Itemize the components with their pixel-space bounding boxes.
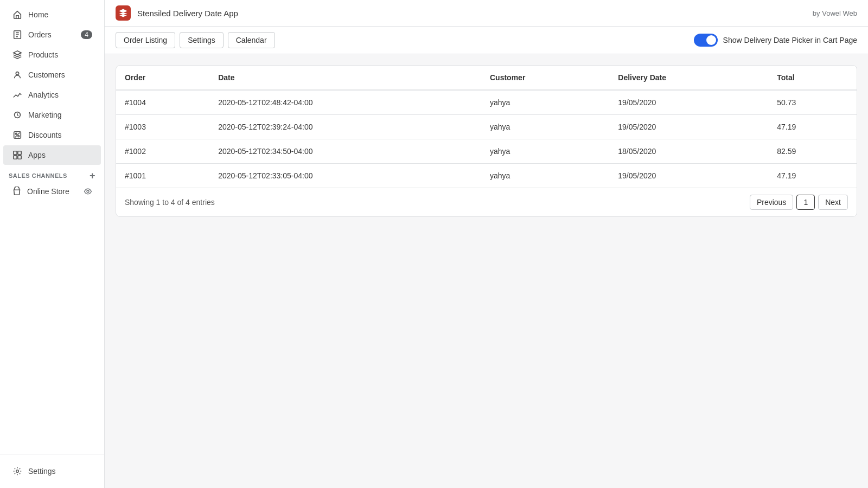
sidebar-item-marketing[interactable]: Marketing <box>3 105 101 125</box>
col-order: Order <box>116 66 209 90</box>
svg-point-9 <box>87 190 89 192</box>
svg-point-3 <box>18 136 20 137</box>
sidebar-item-products[interactable]: Products <box>3 45 101 65</box>
cell-total: 50.73 <box>768 90 857 115</box>
sales-channels-label: SALES CHANNELS <box>9 172 67 179</box>
cell-delivery-date: 19/05/2020 <box>609 164 768 188</box>
sidebar-item-orders-label: Orders <box>28 30 52 39</box>
settings-icon <box>12 466 23 477</box>
pagination-controls: Previous 1 Next <box>750 195 848 210</box>
marketing-icon <box>12 110 23 120</box>
toggle-label: Show Delivery Date Picker in Cart Page <box>723 36 857 44</box>
sidebar-item-online-store[interactable]: Online Store <box>3 183 101 200</box>
apps-icon <box>12 150 23 160</box>
cell-order: #1002 <box>116 139 209 164</box>
sidebar-item-apps[interactable]: Apps <box>3 145 101 165</box>
sidebar-item-home-label: Home <box>28 10 48 19</box>
online-store-eye-icon[interactable] <box>84 187 92 196</box>
sidebar-item-customers-label: Customers <box>28 70 65 79</box>
orders-badge: 4 <box>81 30 92 39</box>
sidebar-item-discounts[interactable]: Discounts <box>3 125 101 145</box>
cell-total: 82.59 <box>768 139 857 164</box>
online-store-label: Online Store <box>27 187 69 196</box>
add-sales-channel-icon[interactable]: + <box>90 171 95 181</box>
home-icon <box>12 9 23 20</box>
cell-date: 2020-05-12T02:39:24-04:00 <box>209 115 481 139</box>
cell-customer: yahya <box>481 139 609 164</box>
toggle-slider <box>694 34 718 47</box>
sidebar-item-apps-label: Apps <box>28 151 46 159</box>
table-row[interactable]: #1004 2020-05-12T02:48:42-04:00 yahya 19… <box>116 90 857 115</box>
sidebar-item-marketing-label: Marketing <box>28 111 61 119</box>
pagination: Showing 1 to 4 of 4 entries Previous 1 N… <box>116 188 857 216</box>
sidebar-item-products-label: Products <box>28 50 58 59</box>
settings-button[interactable]: Settings <box>180 32 224 48</box>
sales-channels-header: SALES CHANNELS + <box>0 165 104 183</box>
previous-button[interactable]: Previous <box>750 195 793 210</box>
sidebar-item-analytics-label: Analytics <box>28 91 59 99</box>
cell-delivery-date: 19/05/2020 <box>609 90 768 115</box>
online-store-icon <box>12 187 22 196</box>
sidebar-item-analytics[interactable]: Analytics <box>3 85 101 105</box>
products-icon <box>12 49 23 60</box>
next-button[interactable]: Next <box>818 195 848 210</box>
svg-rect-6 <box>18 151 21 155</box>
toggle-wrapper: Show Delivery Date Picker in Cart Page <box>694 34 857 47</box>
col-delivery-date: Delivery Date <box>609 66 768 90</box>
col-date: Date <box>209 66 481 90</box>
table-row[interactable]: #1002 2020-05-12T02:34:50-04:00 yahya 18… <box>116 139 857 164</box>
col-total: Total <box>768 66 857 90</box>
cell-customer: yahya <box>481 164 609 188</box>
cell-order: #1004 <box>116 90 209 115</box>
sidebar-bottom: Settings <box>0 454 104 488</box>
sidebar: Home Orders 4 Products <box>0 0 105 488</box>
cell-total: 47.19 <box>768 115 857 139</box>
toolbar: Order Listing Settings Calendar Show Del… <box>105 27 868 54</box>
sidebar-item-customers[interactable]: Customers <box>3 65 101 85</box>
cell-total: 47.19 <box>768 164 857 188</box>
analytics-icon <box>12 89 23 100</box>
cell-order: #1001 <box>116 164 209 188</box>
svg-rect-7 <box>14 156 17 159</box>
customers-icon <box>12 69 23 80</box>
svg-point-10 <box>16 470 19 473</box>
sidebar-item-home[interactable]: Home <box>3 5 101 24</box>
cell-date: 2020-05-12T02:48:42-04:00 <box>209 90 481 115</box>
sidebar-item-settings-label: Settings <box>28 467 56 476</box>
svg-point-1 <box>16 72 18 75</box>
cell-customer: yahya <box>481 115 609 139</box>
sidebar-item-settings[interactable]: Settings <box>3 461 101 481</box>
content-area: Order Date Customer Delivery Date Total … <box>105 54 868 488</box>
orders-table: Order Date Customer Delivery Date Total … <box>116 66 857 188</box>
svg-rect-5 <box>14 151 17 155</box>
cell-delivery-date: 19/05/2020 <box>609 115 768 139</box>
sidebar-item-orders[interactable]: Orders 4 <box>3 25 101 44</box>
delivery-date-toggle[interactable] <box>694 34 718 47</box>
orders-icon <box>12 29 23 40</box>
cell-order: #1003 <box>116 115 209 139</box>
page-1-button[interactable]: 1 <box>796 195 815 210</box>
pagination-info: Showing 1 to 4 of 4 entries <box>125 198 215 207</box>
svg-point-2 <box>15 133 17 134</box>
cell-customer: yahya <box>481 90 609 115</box>
orders-card: Order Date Customer Delivery Date Total … <box>116 65 857 217</box>
cell-date: 2020-05-12T02:33:05-04:00 <box>209 164 481 188</box>
cell-delivery-date: 18/05/2020 <box>609 139 768 164</box>
app-title: Stensiled Delivery Date App <box>137 9 238 18</box>
sidebar-nav: Home Orders 4 Products <box>0 0 104 454</box>
app-by-label: by Vowel Web <box>813 9 857 17</box>
order-listing-button[interactable]: Order Listing <box>116 32 175 48</box>
calendar-button[interactable]: Calendar <box>228 32 275 48</box>
table-row[interactable]: #1001 2020-05-12T02:33:05-04:00 yahya 19… <box>116 164 857 188</box>
app-logo <box>116 5 131 21</box>
table-row[interactable]: #1003 2020-05-12T02:39:24-04:00 yahya 19… <box>116 115 857 139</box>
sidebar-item-discounts-label: Discounts <box>28 131 61 139</box>
cell-date: 2020-05-12T02:34:50-04:00 <box>209 139 481 164</box>
app-header: Stensiled Delivery Date App by Vowel Web <box>105 0 868 27</box>
svg-rect-8 <box>18 156 21 159</box>
discounts-icon <box>12 130 23 140</box>
main-content: Stensiled Delivery Date App by Vowel Web… <box>105 0 868 488</box>
col-customer: Customer <box>481 66 609 90</box>
